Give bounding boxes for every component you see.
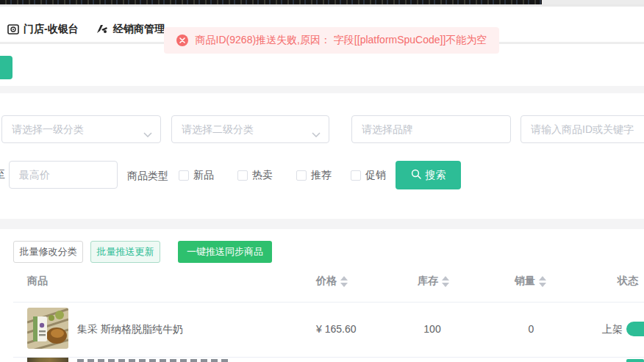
sort-arrows-icon[interactable] — [442, 276, 449, 287]
tab-label: 门店-收银台 — [24, 23, 79, 36]
next-row-toggle-sliver — [626, 359, 644, 362]
column-header-price[interactable]: 价格 — [316, 275, 348, 288]
product-price: ¥ 165.60 — [316, 323, 357, 335]
distributor-icon — [96, 24, 109, 35]
category2-select[interactable] — [171, 115, 329, 143]
sort-arrows-icon[interactable] — [539, 276, 546, 287]
table-divider — [13, 357, 644, 358]
checkbox-label: 促销 — [365, 169, 386, 182]
next-row-text-sliver — [77, 359, 232, 362]
error-toast: 商品ID(9268)推送失败,原因： 字段[[platformSpuCode]]… — [164, 27, 499, 54]
max-price-input[interactable] — [9, 161, 118, 189]
tab-store-cashier[interactable]: 门店-收银台 — [7, 23, 79, 36]
max-price-field[interactable] — [9, 161, 118, 189]
checkbox-label: 推荐 — [311, 169, 332, 182]
checkbox-promotion[interactable]: 促销 — [351, 169, 386, 182]
column-header-label: 价格 — [316, 275, 337, 288]
brand-select-input[interactable] — [351, 115, 511, 143]
brand-select[interactable] — [351, 115, 511, 143]
tab-distributor-management[interactable]: 经销商管理 — [96, 23, 165, 36]
price-range-separator: 至 — [0, 168, 5, 181]
checkbox-new[interactable]: 新品 — [179, 169, 214, 182]
keyword-search[interactable] — [520, 115, 644, 143]
column-header-product: 商品 — [27, 275, 48, 288]
error-toast-message: 商品ID(9268)推送失败,原因： 字段[[platformSpuCode]]… — [196, 34, 487, 47]
column-header-label: 商品 — [27, 275, 48, 288]
product-type-label: 商品类型 — [127, 170, 168, 183]
checkbox-box[interactable] — [237, 170, 248, 181]
column-header-status: 状态 — [618, 275, 638, 288]
table-divider — [13, 302, 644, 303]
checkbox-box[interactable] — [179, 170, 189, 181]
product-stock: 100 — [414, 323, 451, 335]
product-sales: 0 — [515, 323, 548, 335]
checkbox-recommended[interactable]: 推荐 — [296, 169, 332, 182]
checkbox-box[interactable] — [351, 170, 361, 181]
product-status-label: 上架 — [602, 323, 623, 336]
checkbox-hot[interactable]: 热卖 — [237, 169, 273, 182]
search-button-label: 搜索 — [426, 169, 446, 182]
status-toggle[interactable] — [626, 322, 644, 336]
checkbox-label: 新品 — [193, 169, 214, 182]
column-header-stock[interactable]: 库存 — [418, 275, 449, 288]
column-header-label: 库存 — [418, 275, 438, 288]
column-header-sales[interactable]: 销量 — [515, 275, 546, 288]
product-name: 集采 斯纳格脱脂纯牛奶 — [77, 323, 183, 336]
product-thumbnail[interactable] — [27, 308, 68, 349]
checkbox-box[interactable] — [296, 170, 307, 181]
cashier-icon — [7, 24, 19, 35]
category1-select-input[interactable] — [1, 115, 161, 143]
keyword-input[interactable] — [520, 115, 644, 143]
search-button[interactable]: 搜索 — [396, 161, 461, 189]
search-icon — [411, 169, 421, 181]
next-row-thumbnail-sliver — [27, 358, 68, 362]
category1-select[interactable] — [1, 115, 161, 143]
batch-push-update-button[interactable]: 批量推送更新 — [90, 241, 160, 263]
section-separator — [0, 86, 644, 93]
column-header-label: 销量 — [515, 275, 535, 288]
clipped-left-button[interactable] — [0, 56, 12, 79]
one-click-sync-button[interactable]: 一键推送同步商品 — [178, 241, 272, 263]
checkbox-label: 热卖 — [252, 169, 273, 182]
page: 门店-收银台 经销商管理 商品ID(9268)推送失败,原因： 字段[[plat… — [0, 0, 644, 362]
column-header-label: 状态 — [618, 275, 638, 288]
tab-label: 经销商管理 — [113, 23, 165, 36]
section-separator — [0, 219, 644, 229]
error-icon — [176, 35, 188, 46]
category2-select-input[interactable] — [171, 115, 329, 143]
sort-arrows-icon[interactable] — [340, 276, 348, 287]
batch-edit-category-button[interactable]: 批量修改分类 — [13, 241, 83, 263]
